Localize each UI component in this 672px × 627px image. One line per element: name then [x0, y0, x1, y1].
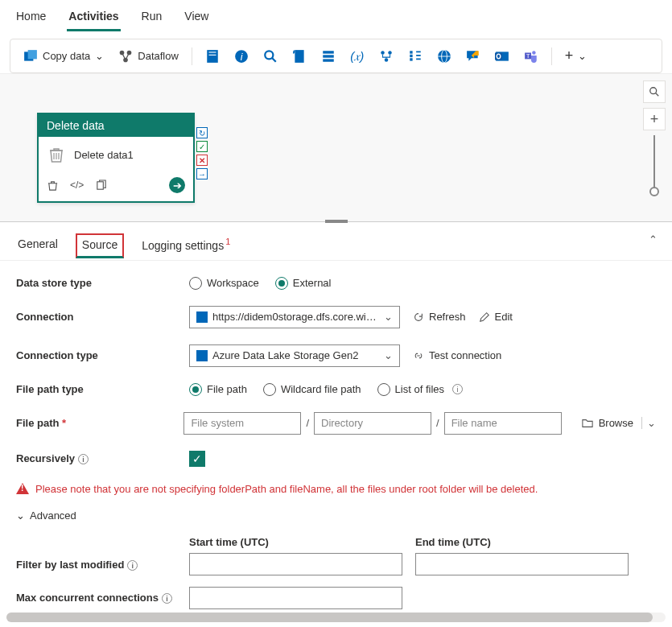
- globe-icon[interactable]: [432, 46, 456, 67]
- svg-rect-14: [323, 55, 334, 57]
- delete-icon[interactable]: [47, 179, 59, 192]
- connector-success-icon[interactable]: ✓: [196, 141, 208, 152]
- advanced-label: Advanced: [30, 509, 76, 522]
- zoom-slider-handle[interactable]: [649, 187, 659, 196]
- refresh-button[interactable]: Refresh: [413, 311, 466, 323]
- recursively-checkbox[interactable]: ✓: [189, 451, 205, 467]
- pipeline-icon[interactable]: [374, 46, 398, 67]
- nav-view[interactable]: View: [183, 6, 210, 31]
- variable-icon[interactable]: (𝑥): [345, 46, 369, 67]
- warning-icon: [16, 483, 29, 494]
- info-icon[interactable]: i: [78, 454, 89, 464]
- notebook-icon[interactable]: [200, 46, 225, 67]
- file-path-label: File path: [16, 417, 183, 429]
- test-connection-button[interactable]: Test connection: [413, 349, 501, 361]
- connection-value: https://didem0storage.dfs.core.wind...: [212, 311, 379, 323]
- chevron-down-icon: ⌄: [95, 50, 104, 62]
- search-icon[interactable]: [258, 46, 282, 67]
- radio-workspace[interactable]: Workspace: [189, 277, 259, 290]
- source-form: Data store type Workspace External Conne…: [0, 261, 672, 627]
- canvas-search-icon[interactable]: [643, 80, 666, 103]
- collapse-panel-icon[interactable]: ⌃: [649, 233, 658, 245]
- directory-input[interactable]: [314, 412, 431, 435]
- svg-point-10: [265, 51, 273, 59]
- property-tabs: General Source Logging settings1 ⌃: [0, 222, 672, 261]
- radio-wildcard[interactable]: Wildcard file path: [263, 383, 361, 396]
- edit-button[interactable]: Edit: [479, 311, 513, 323]
- zoom-in-button[interactable]: +: [643, 108, 666, 130]
- dataflow-button[interactable]: Dataflow: [113, 46, 183, 67]
- max-concurrent-input[interactable]: [189, 587, 402, 609]
- chevron-down-icon: ⌄: [578, 50, 587, 62]
- run-arrow-icon[interactable]: ➔: [169, 177, 185, 193]
- chevron-down-icon: ⌄: [384, 311, 393, 323]
- svg-rect-21: [410, 58, 412, 60]
- copy-data-button[interactable]: Copy data ⌄: [19, 46, 109, 67]
- activity-node-delete-data[interactable]: Delete data Delete data1 </> ➔: [37, 113, 195, 203]
- file-path-type-label: File path type: [16, 383, 189, 395]
- info-icon[interactable]: i: [452, 384, 463, 394]
- info-icon[interactable]: i: [127, 560, 138, 571]
- tab-logging-badge: 1: [225, 237, 230, 246]
- start-time-label: Start time (UTC): [189, 536, 402, 548]
- teams-icon[interactable]: T: [519, 46, 543, 67]
- copy-data-icon: [23, 49, 38, 64]
- code-icon[interactable]: </>: [70, 179, 84, 191]
- script-icon[interactable]: [287, 46, 311, 67]
- warning-message: Please note that you are not specifying …: [16, 483, 656, 495]
- tab-logging-settings[interactable]: Logging settings1: [140, 232, 232, 260]
- zoom-slider[interactable]: [653, 135, 655, 192]
- radio-workspace-label: Workspace: [207, 277, 259, 289]
- connector-retry-icon[interactable]: ↻: [196, 127, 208, 138]
- nav-activities[interactable]: Activities: [67, 6, 120, 31]
- activity-node-footer: </> ➔: [39, 172, 193, 201]
- tab-source[interactable]: Source: [76, 233, 124, 258]
- tab-general[interactable]: General: [16, 233, 60, 258]
- copy-icon[interactable]: [95, 179, 107, 192]
- add-button[interactable]: + ⌄: [560, 44, 592, 68]
- connector-fail-icon[interactable]: ✕: [196, 155, 208, 166]
- info-icon[interactable]: i: [229, 46, 254, 67]
- activity-connectors: ↻ ✓ ✕ →: [196, 127, 208, 179]
- file-system-input[interactable]: [183, 412, 301, 435]
- browse-label: Browse: [599, 417, 633, 429]
- chat-icon[interactable]: [461, 46, 485, 67]
- svg-point-16: [381, 51, 385, 55]
- refresh-label: Refresh: [429, 311, 466, 323]
- list-icon[interactable]: [316, 46, 340, 67]
- end-time-input[interactable]: [415, 553, 629, 575]
- recursively-label: Recursivelyi: [16, 452, 189, 464]
- advanced-toggle[interactable]: ⌄ Advanced: [16, 509, 76, 522]
- radio-list-of-files[interactable]: List of filesi: [377, 383, 463, 396]
- horizontal-scrollbar[interactable]: [6, 613, 666, 622]
- canvas-zoom-controls: +: [643, 80, 666, 192]
- time-range-group: Start time (UTC) End time (UTC): [189, 536, 629, 575]
- svg-rect-13: [323, 51, 334, 53]
- svg-rect-7: [208, 54, 216, 55]
- activity-node-header: Delete data: [39, 114, 193, 137]
- radio-file-path[interactable]: File path: [189, 383, 247, 396]
- nav-run[interactable]: Run: [140, 6, 164, 31]
- sort-icon[interactable]: [403, 46, 427, 67]
- svg-rect-31: [97, 181, 104, 188]
- warning-text: Please note that you are not specifying …: [35, 483, 538, 495]
- radio-external[interactable]: External: [275, 277, 332, 290]
- nav-home[interactable]: Home: [14, 6, 47, 31]
- outlook-icon[interactable]: [490, 46, 514, 67]
- svg-rect-1: [28, 50, 37, 59]
- info-icon[interactable]: i: [162, 593, 172, 604]
- browse-chevron-icon[interactable]: ⌄: [641, 417, 656, 429]
- radio-file-path-label: File path: [207, 383, 247, 395]
- connection-type-select[interactable]: Azure Data Lake Storage Gen2 ⌄: [189, 344, 400, 367]
- connection-select[interactable]: https://didem0storage.dfs.core.wind... ⌄: [189, 306, 400, 328]
- pipeline-canvas[interactable]: Delete data Delete data1 </> ➔ ↻ ✓ ✕ → +: [0, 73, 672, 222]
- activity-node-name: Delete data1: [74, 149, 134, 161]
- file-path-group: / / Browse ⌄: [183, 412, 656, 435]
- start-time-input[interactable]: [189, 553, 402, 575]
- connector-completion-icon[interactable]: →: [196, 168, 208, 179]
- svg-point-18: [385, 58, 389, 62]
- scrollbar-thumb[interactable]: [6, 613, 653, 622]
- browse-button[interactable]: Browse: [581, 417, 633, 429]
- file-name-input[interactable]: [444, 412, 562, 435]
- svg-line-33: [656, 93, 659, 97]
